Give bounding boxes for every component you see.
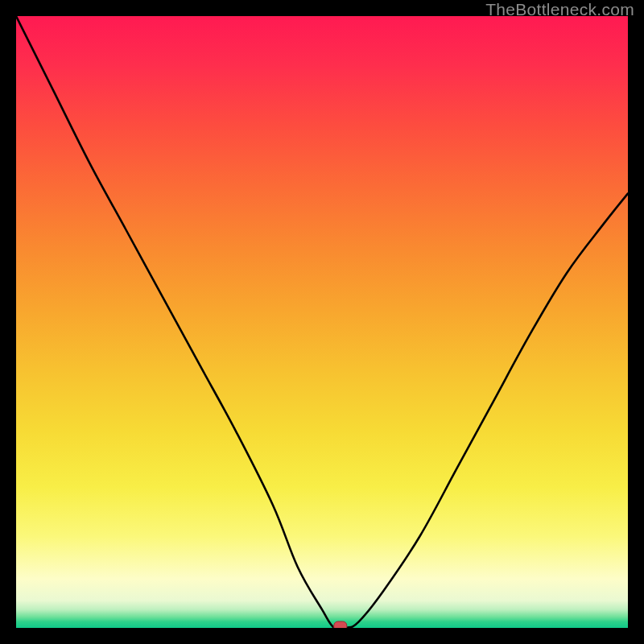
attribution-text: TheBottleneck.com [485, 0, 634, 19]
plot-area [16, 16, 628, 628]
bottleneck-curve [16, 16, 628, 628]
curve-layer [16, 16, 628, 628]
minimum-marker [334, 621, 347, 628]
chart-stage: TheBottleneck.com [0, 0, 644, 644]
